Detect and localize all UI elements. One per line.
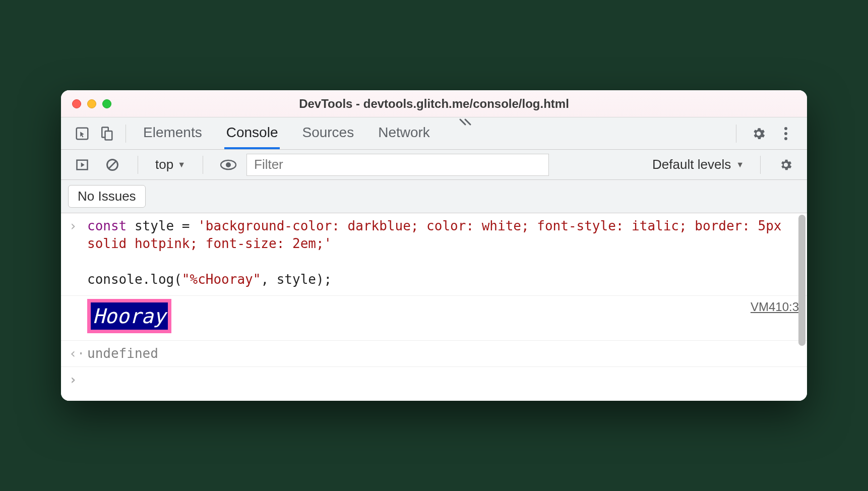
prompt-icon: › [69, 371, 87, 389]
minimize-icon[interactable] [87, 99, 96, 108]
svg-point-10 [226, 162, 231, 167]
context-select[interactable]: top ▼ [151, 157, 190, 172]
console-input[interactable] [87, 371, 799, 389]
tabbar: Elements Console Sources Network [61, 117, 807, 150]
levels-label: Default levels [652, 157, 731, 172]
tab-console[interactable]: Console [224, 117, 280, 149]
chevron-down-icon: ▼ [177, 160, 185, 169]
return-value: undefined [87, 345, 799, 362]
log-levels-select[interactable]: Default levels ▼ [649, 157, 747, 172]
divider [138, 156, 138, 174]
device-toggle-icon[interactable] [94, 121, 118, 146]
console-input-row[interactable]: › const style = 'background-color: darkb… [61, 213, 807, 295]
devtools-window: DevTools - devtools.glitch.me/console/lo… [61, 90, 807, 401]
svg-rect-2 [105, 131, 112, 140]
inspect-icon[interactable] [70, 121, 94, 146]
sidebar-toggle-icon[interactable] [70, 153, 94, 177]
tab-network[interactable]: Network [376, 117, 432, 149]
kebab-menu-icon[interactable] [774, 121, 798, 146]
settings-icon[interactable] [747, 121, 771, 146]
issues-bar: No Issues [61, 180, 807, 213]
svg-point-5 [784, 137, 787, 140]
titlebar: DevTools - devtools.glitch.me/console/lo… [61, 90, 807, 117]
clear-console-icon[interactable] [100, 153, 125, 177]
return-icon: ‹· [69, 345, 87, 362]
console-output: › const style = 'background-color: darkb… [61, 213, 807, 401]
close-icon[interactable] [72, 99, 81, 108]
svg-point-3 [784, 127, 787, 130]
chevron-down-icon: ▼ [736, 160, 744, 169]
panel-tabs: Elements Console Sources Network [133, 117, 729, 149]
tab-elements[interactable]: Elements [141, 117, 204, 149]
prompt-icon: › [69, 217, 87, 288]
styled-output: Hooray [87, 299, 171, 333]
more-tabs-icon[interactable] [452, 117, 479, 149]
filter-input[interactable] [246, 154, 549, 176]
svg-line-8 [109, 161, 116, 168]
divider [126, 125, 126, 143]
scrollbar-thumb[interactable] [798, 215, 805, 346]
issues-button[interactable]: No Issues [68, 185, 146, 208]
console-settings-icon[interactable] [774, 153, 798, 177]
scrollbar[interactable] [797, 213, 807, 401]
divider [760, 156, 761, 174]
tab-sources[interactable]: Sources [300, 117, 356, 149]
console-prompt-row[interactable]: › [61, 367, 807, 401]
traffic-lights [61, 99, 111, 108]
source-link[interactable]: VM410:3 [740, 299, 799, 315]
console-log-row: Hooray VM410:3 [61, 296, 807, 341]
window-title: DevTools - devtools.glitch.me/console/lo… [61, 97, 807, 111]
code-content: const style = 'background-color: darkblu… [87, 217, 799, 288]
maximize-icon[interactable] [102, 99, 111, 108]
context-label: top [155, 157, 173, 172]
console-return-row: ‹· undefined [61, 341, 807, 367]
divider [203, 156, 203, 174]
divider [736, 125, 736, 143]
svg-point-4 [784, 132, 787, 135]
live-expression-icon[interactable] [216, 153, 240, 177]
console-toolbar: top ▼ Default levels ▼ [61, 150, 807, 180]
